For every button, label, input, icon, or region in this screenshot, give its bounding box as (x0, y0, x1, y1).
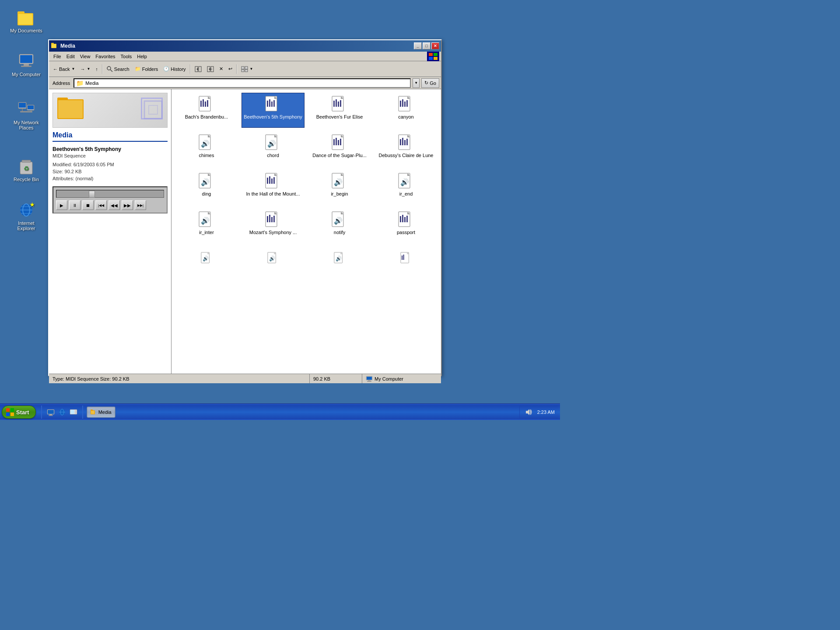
file-item-passport[interactable]: passport (374, 208, 438, 243)
folders-button[interactable]: 📁 Folders (133, 63, 161, 75)
start-button[interactable]: Start (2, 406, 36, 419)
pause-button[interactable]: ⏸ (69, 200, 80, 210)
rewind-button[interactable]: ◀◀ (108, 200, 120, 210)
file-item-beethoven5[interactable]: Beethoven's 5th Symphony (242, 93, 304, 128)
fast-forward-button[interactable]: ▶▶ (122, 200, 133, 210)
svg-rect-151 (367, 377, 372, 380)
menu-help[interactable]: Help (134, 53, 150, 60)
file-name: chimes (199, 153, 214, 158)
menu-tools[interactable]: Tools (118, 53, 135, 60)
desktop-icon-my-documents[interactable]: My Documents (9, 9, 44, 33)
address-input-container[interactable]: 📁 Media (74, 78, 411, 88)
history-button[interactable]: 🕐 History (161, 63, 188, 75)
panel-filename: Beethoven's 5th Symphony (52, 146, 168, 152)
undo-button[interactable]: ↩ (226, 63, 234, 75)
svg-marker-147 (407, 252, 409, 254)
maximize-button[interactable]: □ (423, 42, 430, 49)
up-button[interactable]: ↑ (93, 63, 100, 75)
file-item-inthehall[interactable]: In the Hall of the Mount... (242, 170, 304, 205)
go-button[interactable]: ↻ Go (421, 78, 439, 88)
quick-launch-ie[interactable] (57, 407, 67, 417)
desktop-icon-my-computer[interactable]: My Computer (9, 52, 44, 77)
address-bar: Address 📁 Media ▼ ↻ Go (49, 77, 441, 89)
forward-button[interactable]: → ▼ (78, 63, 92, 75)
svg-rect-157 (10, 413, 14, 416)
svg-text:🔊: 🔊 (267, 140, 276, 148)
taskbar-app-media[interactable]: Media (87, 406, 116, 418)
search-icon (107, 66, 113, 72)
file-icon: 🔊 (331, 249, 348, 266)
copy-to-button[interactable] (205, 63, 216, 75)
volume-icon[interactable] (523, 407, 534, 417)
svg-rect-56 (267, 101, 268, 107)
quick-launch-show-desktop[interactable] (46, 407, 56, 417)
status-type: Type: MIDI Sequence Size: 90.2 KB (49, 374, 310, 383)
play-button[interactable]: ▶ (56, 200, 67, 210)
file-name: chord (267, 153, 279, 158)
svg-rect-105 (271, 178, 273, 184)
file-icon: 🔊 (264, 133, 282, 151)
svg-rect-37 (242, 66, 244, 69)
file-item-mozart[interactable]: Mozart's Symphony ... (242, 208, 304, 243)
file-item-ringout[interactable]: 🔊 (308, 247, 371, 282)
file-item-chord[interactable]: 🔊 chord (242, 131, 304, 166)
file-item-chimes[interactable]: 🔊 chimes (175, 131, 238, 166)
file-item-recycle[interactable]: 🔊 (175, 247, 238, 282)
address-dropdown-button[interactable]: ▼ (413, 78, 420, 88)
back-button[interactable]: ← Back ▼ (51, 63, 77, 75)
delete-button[interactable]: ✕ (217, 63, 225, 75)
svg-rect-87 (338, 140, 339, 145)
right-panel[interactable]: Bach's Brandenbu... (172, 89, 441, 374)
move-to-button[interactable] (192, 63, 204, 75)
views-button[interactable]: ▼ (239, 63, 256, 75)
minimize-button[interactable]: _ (414, 42, 422, 49)
file-item-ringin[interactable]: 🔊 (242, 247, 304, 282)
file-item-ding[interactable]: 🔊 ding (175, 170, 238, 205)
svg-rect-134 (402, 215, 403, 222)
close-button[interactable]: ✕ (431, 42, 439, 49)
skip-back-button[interactable]: |◀◀ (95, 200, 107, 210)
svg-rect-45 (149, 105, 158, 114)
go-label: Go (430, 80, 436, 86)
file-item-irinter[interactable]: 🔊 ir_inter (175, 208, 238, 243)
svg-rect-92 (400, 139, 401, 145)
media-slider-thumb[interactable] (89, 191, 95, 198)
file-item-irbegin[interactable]: 🔊 ir_begin (308, 170, 371, 205)
file-item-irend[interactable]: 🔊 ir_end (374, 170, 438, 205)
my-computer-status-icon (366, 376, 373, 382)
file-item-furelise[interactable]: Beethoven's Fur Elise (308, 93, 371, 128)
menu-view[interactable]: View (77, 53, 93, 60)
desktop-icon-my-network[interactable]: My Network Places (9, 101, 44, 130)
svg-rect-2 (18, 14, 32, 24)
file-item-canyon[interactable]: canyon (374, 93, 438, 128)
skip-forward-button[interactable]: ▶▶| (135, 200, 146, 210)
file-name: ir_begin (331, 191, 348, 197)
stop-button[interactable]: ⏹ (82, 200, 94, 210)
quick-launch-media[interactable] (68, 407, 79, 417)
recycle-bin-label: Recycle Bin (14, 177, 39, 182)
desktop-icon-internet-explorer[interactable]: ★ Internet Explorer (9, 201, 44, 231)
file-item-bach[interactable]: Bach's Brandenbu... (175, 93, 238, 128)
toolbar: ← Back ▼ → ▼ ↑ Search 📁 Folders 🕐 Histor… (49, 61, 441, 77)
file-item-notify[interactable]: 🔊 notify (308, 208, 371, 243)
file-item-dance[interactable]: Dance of the Sugar-Plu... (308, 131, 371, 166)
address-value: Media (85, 80, 98, 86)
media-slider[interactable] (56, 190, 164, 198)
svg-text:🔊: 🔊 (334, 178, 343, 186)
svg-rect-71 (402, 99, 403, 107)
menu-favorites[interactable]: Favorites (93, 53, 118, 60)
file-grid: Bach's Brandenbu... (175, 93, 438, 282)
file-item-debussy[interactable]: Debussy's Claire de Lune (374, 131, 438, 166)
desktop-icon-recycle-bin[interactable]: ♻ Recycle Bin (9, 158, 44, 182)
file-icon (331, 133, 348, 151)
svg-rect-4 (20, 55, 32, 63)
menu-edit[interactable]: Edit (64, 53, 77, 60)
back-dropdown-arrow: ▼ (71, 67, 75, 71)
svg-rect-85 (333, 139, 335, 145)
file-name: ir_end (399, 191, 413, 197)
menu-file[interactable]: File (51, 53, 64, 60)
search-button[interactable]: Search (105, 63, 132, 75)
back-icon: ← (53, 66, 58, 72)
svg-rect-50 (203, 99, 204, 107)
file-item-town[interactable] (374, 247, 438, 282)
